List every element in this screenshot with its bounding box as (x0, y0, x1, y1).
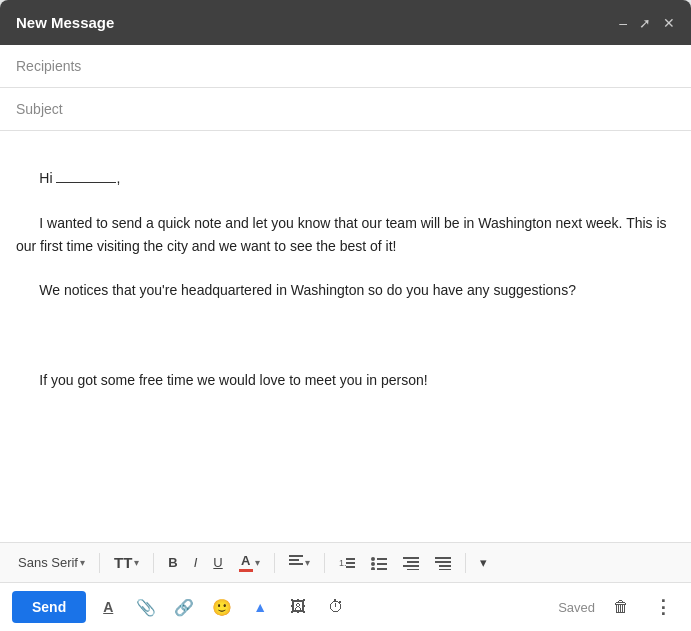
saved-label: Saved (558, 600, 595, 615)
separator-4 (324, 553, 325, 573)
bold-button[interactable]: B (162, 552, 183, 573)
text-color-chevron: ▾ (255, 557, 260, 568)
svg-rect-18 (435, 561, 451, 563)
insert-emoji-icon: 🙂 (212, 598, 232, 617)
body-line5: If you got some free time we would love … (39, 372, 427, 388)
font-size-dropdown[interactable]: TT ▾ (108, 550, 145, 575)
svg-rect-19 (439, 565, 451, 567)
svg-rect-11 (377, 563, 387, 565)
indent-button[interactable] (429, 552, 457, 574)
font-size-group: TT ▾ (108, 550, 145, 575)
svg-point-8 (371, 562, 375, 566)
indent-icon (435, 556, 451, 570)
body-area[interactable]: Hi , I wanted to send a quick note and l… (0, 131, 691, 542)
text-color-icon: A (239, 553, 253, 572)
recipients-input[interactable] (16, 58, 675, 74)
attach-file-button[interactable]: 📎 (130, 591, 162, 623)
insert-drive-icon: ▲ (253, 599, 267, 615)
separator-3 (274, 553, 275, 573)
font-size-chevron: ▾ (134, 557, 139, 568)
more-options-button[interactable]: ⋮ (647, 591, 679, 623)
email-body[interactable]: Hi , I wanted to send a quick note and l… (16, 145, 675, 528)
ordered-list-icon: 1. (339, 556, 355, 570)
unordered-list-icon (371, 556, 387, 570)
recipients-row (0, 45, 691, 88)
subject-input[interactable] (16, 101, 675, 117)
more-options-icon: ⋮ (654, 596, 672, 618)
svg-rect-4 (346, 558, 355, 560)
text-color-bar (239, 569, 253, 572)
body-hi: Hi , (39, 170, 120, 186)
svg-rect-10 (377, 558, 387, 560)
text-color-dropdown[interactable]: A ▾ (233, 549, 266, 576)
svg-rect-15 (403, 565, 419, 567)
font-family-dropdown[interactable]: Sans Serif ▾ (12, 551, 91, 574)
bold-label: B (168, 556, 177, 569)
separator-5 (465, 553, 466, 573)
outdent-button[interactable] (397, 552, 425, 574)
more-formatting-icon: ▾ (480, 556, 487, 569)
saved-status-area: Saved 🗑 ⋮ (558, 591, 679, 623)
align-dropdown[interactable]: ▾ (283, 551, 316, 574)
underline-label: U (213, 556, 222, 569)
svg-rect-17 (435, 557, 451, 559)
insert-emoji-button[interactable]: 🙂 (206, 591, 238, 623)
svg-rect-5 (346, 562, 355, 564)
align-chevron: ▾ (305, 557, 310, 568)
title-bar: New Message – ➚ ✕ (0, 0, 691, 45)
body-line2: I wanted to send a quick note and let yo… (16, 215, 670, 253)
more-formatting-button[interactable]: ▾ (474, 552, 493, 573)
font-family-group: Sans Serif ▾ (12, 551, 91, 574)
svg-rect-6 (346, 566, 355, 568)
svg-rect-20 (439, 569, 451, 570)
align-icon (289, 555, 303, 570)
insert-photo-icon: 🖼 (290, 598, 306, 616)
window-controls: – ➚ ✕ (619, 16, 675, 30)
font-size-icon: TT (114, 554, 132, 571)
unordered-list-button[interactable] (365, 552, 393, 574)
svg-rect-0 (289, 555, 303, 557)
svg-rect-2 (289, 563, 303, 565)
send-button[interactable]: Send (12, 591, 86, 623)
format-text-icon: A (103, 599, 113, 615)
close-icon[interactable]: ✕ (663, 16, 675, 30)
formatting-toolbar: Sans Serif ▾ TT ▾ B I U A ▾ (0, 542, 691, 583)
window-title: New Message (16, 14, 114, 31)
italic-button[interactable]: I (188, 552, 204, 573)
svg-rect-12 (377, 568, 387, 570)
insert-link-button[interactable]: 🔗 (168, 591, 200, 623)
schedule-send-icon: ⏱ (328, 598, 344, 616)
subject-row (0, 88, 691, 131)
body-blank (56, 182, 116, 183)
svg-text:1.: 1. (339, 558, 347, 568)
delete-draft-icon: 🗑 (613, 598, 629, 616)
compose-window: New Message – ➚ ✕ Hi , I wanted to send … (0, 0, 691, 631)
svg-rect-16 (407, 569, 419, 570)
outdent-icon (403, 556, 419, 570)
body-line3: We notices that you're headquartered in … (39, 282, 576, 298)
separator-1 (99, 553, 100, 573)
svg-rect-13 (403, 557, 419, 559)
svg-point-7 (371, 557, 375, 561)
underline-button[interactable]: U (207, 552, 228, 573)
italic-label: I (194, 556, 198, 569)
insert-photo-button[interactable]: 🖼 (282, 591, 314, 623)
svg-rect-1 (289, 559, 299, 561)
insert-drive-button[interactable]: ▲ (244, 591, 276, 623)
schedule-send-button[interactable]: ⏱ (320, 591, 352, 623)
insert-link-icon: 🔗 (174, 598, 194, 617)
bottom-bar: Send A 📎 🔗 🙂 ▲ 🖼 ⏱ Saved 🗑 (0, 583, 691, 631)
attach-file-icon: 📎 (136, 598, 156, 617)
font-family-label: Sans Serif (18, 555, 78, 570)
minimize-icon[interactable]: – (619, 16, 627, 30)
ordered-list-button[interactable]: 1. (333, 552, 361, 574)
delete-draft-button[interactable]: 🗑 (605, 591, 637, 623)
expand-icon[interactable]: ➚ (639, 16, 651, 30)
svg-rect-14 (407, 561, 419, 563)
font-family-chevron: ▾ (80, 557, 85, 568)
format-text-button[interactable]: A (92, 591, 124, 623)
svg-point-9 (371, 567, 375, 570)
separator-2 (153, 553, 154, 573)
